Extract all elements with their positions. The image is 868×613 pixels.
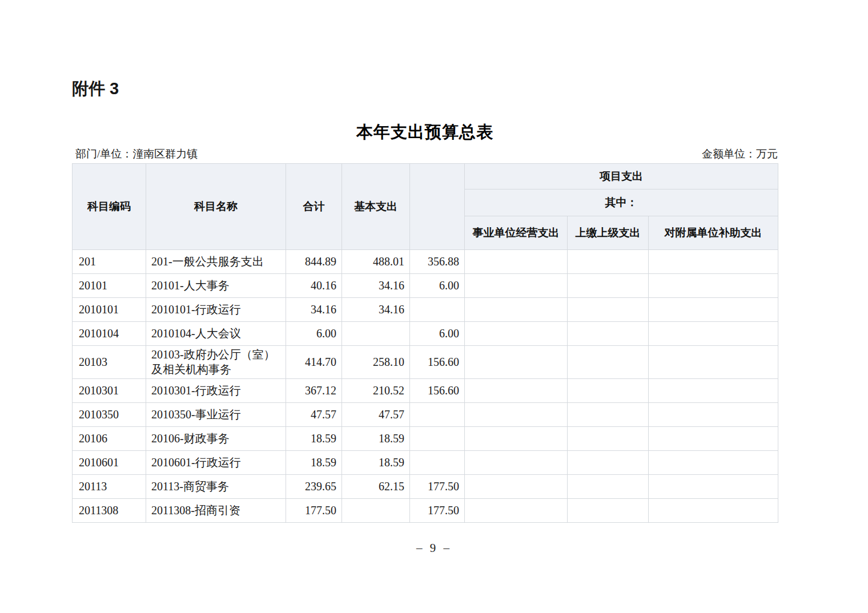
total-cell: 34.16 (286, 298, 342, 322)
remit-to-upper-cell (568, 402, 649, 426)
basic-expenditure-cell: 258.10 (342, 346, 410, 379)
table-row: 20113 20113-商贸事务 239.65 62.15 177.50 (73, 474, 778, 498)
table-body: 201 201-一般公共服务支出 844.89 488.01 356.88 20… (73, 250, 778, 523)
subject-code-cell: 2010350 (73, 402, 146, 426)
business-operation-cell (465, 450, 568, 474)
header-project-expenditure-group: 项目支出 (465, 164, 778, 189)
basic-expenditure-cell: 210.52 (342, 378, 410, 402)
project-expenditure-cell (410, 298, 465, 322)
total-cell: 6.00 (286, 322, 342, 346)
subject-name-cell: 2010104-人大会议 (146, 322, 286, 346)
subject-name-cell: 20113-商贸事务 (146, 474, 286, 498)
subject-code-cell: 2010101 (73, 298, 146, 322)
remit-to-upper-cell (568, 274, 649, 298)
basic-expenditure-cell: 34.16 (342, 298, 410, 322)
remit-to-upper-cell (568, 474, 649, 498)
business-operation-cell (465, 402, 568, 426)
header-total: 合计 (286, 164, 342, 250)
table-row: 2010301 2010301-行政运行 367.12 210.52 156.6… (73, 378, 778, 402)
project-expenditure-cell: 6.00 (410, 322, 465, 346)
subsidy-affiliated-cell (649, 322, 778, 346)
subsidy-affiliated-cell (649, 250, 778, 274)
document-page: 附件 3 本年支出预算总表 部门/单位：潼南区群力镇 金额单位：万元 科目编码 … (0, 0, 868, 613)
total-cell: 177.50 (286, 498, 342, 522)
business-operation-cell (465, 250, 568, 274)
meta-row: 部门/单位：潼南区群力镇 金额单位：万元 (72, 147, 778, 162)
project-expenditure-cell: 6.00 (410, 274, 465, 298)
project-expenditure-cell: 156.60 (410, 378, 465, 402)
project-expenditure-cell: 177.50 (410, 474, 465, 498)
business-operation-cell (465, 474, 568, 498)
table-row: 20106 20106-财政事务 18.59 18.59 (73, 426, 778, 450)
remit-to-upper-cell (568, 498, 649, 522)
project-expenditure-cell: 356.88 (410, 250, 465, 274)
total-cell: 239.65 (286, 474, 342, 498)
project-expenditure-cell (410, 450, 465, 474)
subject-code-cell: 2010104 (73, 322, 146, 346)
remit-to-upper-cell (568, 450, 649, 474)
page-title: 本年支出预算总表 (72, 121, 778, 144)
subject-name-cell: 2010301-行政运行 (146, 378, 286, 402)
subject-code-cell: 20101 (73, 274, 146, 298)
business-operation-cell (465, 498, 568, 522)
business-operation-cell (465, 274, 568, 298)
subject-code-cell: 2010301 (73, 378, 146, 402)
subject-name-cell: 2010350-事业运行 (146, 402, 286, 426)
subject-name-cell: 20106-财政事务 (146, 426, 286, 450)
header-subsidy-to-affiliated: 对附属单位补助支出 (649, 216, 778, 250)
remit-to-upper-cell (568, 346, 649, 379)
subject-code-cell: 201 (73, 250, 146, 274)
header-of-which: 其中： (465, 189, 778, 216)
basic-expenditure-cell: 62.15 (342, 474, 410, 498)
subsidy-affiliated-cell (649, 498, 778, 522)
subject-name-cell: 20103-政府办公厅（室）及相关机构事务 (146, 346, 286, 379)
basic-expenditure-cell: 18.59 (342, 426, 410, 450)
table-row: 2011308 2011308-招商引资 177.50 177.50 (73, 498, 778, 522)
attachment-label: 附件 3 (72, 78, 119, 100)
header-basic-expenditure: 基本支出 (342, 164, 410, 250)
subsidy-affiliated-cell (649, 298, 778, 322)
header-business-operation: 事业单位经营支出 (465, 216, 568, 250)
subject-code-cell: 20113 (73, 474, 146, 498)
total-cell: 47.57 (286, 402, 342, 426)
subsidy-affiliated-cell (649, 402, 778, 426)
basic-expenditure-cell: 18.59 (342, 450, 410, 474)
business-operation-cell (465, 322, 568, 346)
total-cell: 18.59 (286, 450, 342, 474)
department-unit-label: 部门/单位：潼南区群力镇 (72, 147, 198, 162)
remit-to-upper-cell (568, 426, 649, 450)
subject-name-cell: 201-一般公共服务支出 (146, 250, 286, 274)
business-operation-cell (465, 426, 568, 450)
header-subject-code: 科目编码 (73, 164, 146, 250)
header-blank-column (410, 164, 465, 250)
subject-code-cell: 20106 (73, 426, 146, 450)
total-cell: 414.70 (286, 346, 342, 379)
subject-name-cell: 2010601-行政运行 (146, 450, 286, 474)
subsidy-affiliated-cell (649, 378, 778, 402)
subject-code-cell: 2011308 (73, 498, 146, 522)
remit-to-upper-cell (568, 322, 649, 346)
basic-expenditure-cell (342, 498, 410, 522)
table-row: 20101 20101-人大事务 40.16 34.16 6.00 (73, 274, 778, 298)
remit-to-upper-cell (568, 378, 649, 402)
subject-name-cell: 2010101-行政运行 (146, 298, 286, 322)
table-row: 20103 20103-政府办公厅（室）及相关机构事务 414.70 258.1… (73, 346, 778, 379)
subject-name-cell: 20101-人大事务 (146, 274, 286, 298)
project-expenditure-cell: 177.50 (410, 498, 465, 522)
amount-unit-label: 金额单位：万元 (702, 147, 778, 162)
budget-table: 科目编码 科目名称 合计 基本支出 项目支出 其中： 事业单位经营支出 上缴上级… (72, 163, 778, 523)
business-operation-cell (465, 346, 568, 379)
project-expenditure-cell (410, 402, 465, 426)
subsidy-affiliated-cell (649, 450, 778, 474)
table-row: 2010350 2010350-事业运行 47.57 47.57 (73, 402, 778, 426)
table-row: 2010101 2010101-行政运行 34.16 34.16 (73, 298, 778, 322)
project-expenditure-cell (410, 426, 465, 450)
business-operation-cell (465, 298, 568, 322)
subsidy-affiliated-cell (649, 474, 778, 498)
table-header: 科目编码 科目名称 合计 基本支出 项目支出 其中： 事业单位经营支出 上缴上级… (73, 164, 778, 250)
basic-expenditure-cell: 47.57 (342, 402, 410, 426)
table-row: 2010104 2010104-人大会议 6.00 6.00 (73, 322, 778, 346)
subsidy-affiliated-cell (649, 274, 778, 298)
subject-code-cell: 20103 (73, 346, 146, 379)
subsidy-affiliated-cell (649, 426, 778, 450)
